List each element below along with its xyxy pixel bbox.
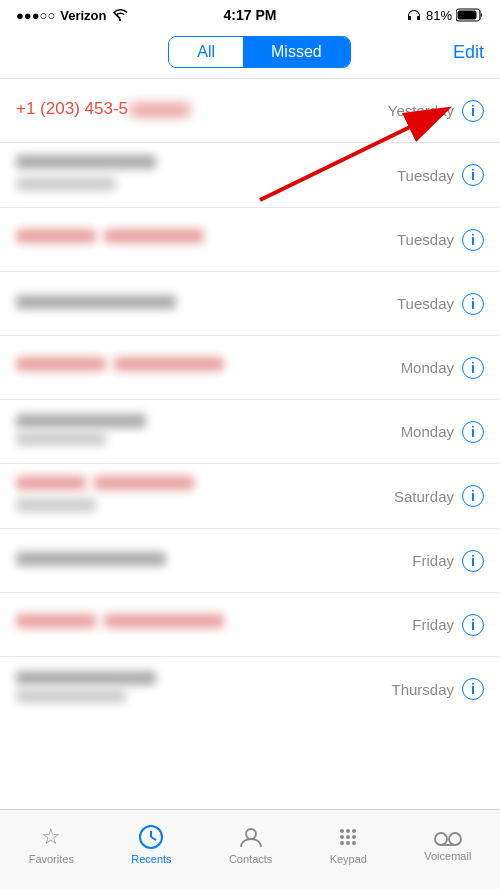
info-button[interactable]: i [462, 550, 484, 572]
svg-rect-2 [458, 11, 477, 20]
call-date: Tuesday [397, 295, 454, 312]
tab-bar-item-recents[interactable]: Recents [131, 824, 171, 865]
battery-icon [456, 8, 484, 22]
info-button[interactable]: i [462, 485, 484, 507]
caller-info [16, 155, 397, 195]
tab-bar-item-voicemail[interactable]: Voicemail [424, 827, 471, 862]
keypad-icon [335, 824, 361, 850]
main-content: ●●●○○ Verizon 4:17 PM 81% All Mi [0, 0, 500, 809]
call-date: Tuesday [397, 231, 454, 248]
contacts-icon [238, 824, 264, 850]
recents-label: Recents [131, 853, 171, 865]
signal-dots: ●●●○○ [16, 8, 55, 23]
voicemail-label: Voicemail [424, 850, 471, 862]
svg-line-7 [151, 837, 156, 840]
call-date: Monday [401, 359, 454, 376]
status-left: ●●●○○ Verizon [16, 8, 128, 23]
svg-point-19 [449, 833, 461, 845]
favorites-icon: ☆ [41, 824, 61, 850]
call-meta: Yesterday i [388, 100, 484, 122]
caller-info [16, 614, 412, 636]
svg-point-10 [346, 829, 350, 833]
call-item: +1 (203) 453-5 Yesterday i [0, 79, 500, 143]
svg-point-14 [352, 835, 356, 839]
carrier-label: Verizon [60, 8, 106, 23]
caller-info [16, 229, 397, 251]
svg-point-16 [346, 841, 350, 845]
call-meta: Friday i [412, 614, 484, 636]
info-button[interactable]: i [462, 678, 484, 700]
call-meta: Friday i [412, 550, 484, 572]
call-date: Friday [412, 552, 454, 569]
headphones-icon [406, 8, 422, 22]
voicemail-icon [433, 827, 463, 847]
tab-bar: ☆ Favorites Recents Contacts Keypad [0, 809, 500, 889]
status-right: 81% [406, 8, 484, 23]
battery-label: 81% [426, 8, 452, 23]
caller-info [16, 476, 394, 516]
info-button[interactable]: i [462, 614, 484, 636]
caller-info [16, 671, 391, 707]
call-date: Friday [412, 616, 454, 633]
caller-info [16, 295, 397, 313]
call-date: Saturday [394, 488, 454, 505]
call-meta: Monday i [401, 357, 484, 379]
call-meta: Tuesday i [397, 293, 484, 315]
svg-point-15 [340, 841, 344, 845]
call-item: Monday i [0, 336, 500, 400]
call-meta: Saturday i [394, 485, 484, 507]
info-button[interactable]: i [462, 100, 484, 122]
call-item: Friday i [0, 529, 500, 593]
call-date: Tuesday [397, 167, 454, 184]
caller-name: +1 (203) 453-5 [16, 99, 388, 119]
call-date: Yesterday [388, 102, 454, 119]
info-button[interactable]: i [462, 357, 484, 379]
wifi-icon [112, 9, 128, 21]
contacts-label: Contacts [229, 853, 272, 865]
header: All Missed Edit [0, 28, 500, 79]
status-time: 4:17 PM [224, 7, 277, 23]
caller-info [16, 552, 412, 570]
tab-bar-item-contacts[interactable]: Contacts [229, 824, 272, 865]
favorites-label: Favorites [29, 853, 74, 865]
tab-group: All Missed [168, 36, 350, 68]
caller-info [16, 414, 401, 450]
svg-point-18 [435, 833, 447, 845]
info-button[interactable]: i [462, 229, 484, 251]
edit-button[interactable]: Edit [453, 42, 484, 63]
keypad-label: Keypad [330, 853, 367, 865]
call-item: Tuesday i [0, 208, 500, 272]
call-list-container: +1 (203) 453-5 Yesterday i Tuesday i [0, 79, 500, 809]
caller-info: +1 (203) 453-5 [16, 99, 388, 122]
call-meta: Tuesday i [397, 164, 484, 186]
svg-point-8 [246, 829, 256, 839]
call-item: Tuesday i [0, 272, 500, 336]
call-item: Saturday i [0, 464, 500, 529]
call-meta: Thursday i [391, 678, 484, 700]
caller-info [16, 357, 401, 379]
tab-missed[interactable]: Missed [243, 37, 350, 67]
status-bar: ●●●○○ Verizon 4:17 PM 81% [0, 0, 500, 28]
call-meta: Tuesday i [397, 229, 484, 251]
svg-point-11 [352, 829, 356, 833]
svg-point-0 [118, 19, 120, 21]
call-meta: Monday i [401, 421, 484, 443]
call-item: Monday i [0, 400, 500, 464]
info-button[interactable]: i [462, 421, 484, 443]
call-item: Tuesday i [0, 143, 500, 208]
tab-bar-item-favorites[interactable]: ☆ Favorites [29, 824, 74, 865]
svg-point-13 [346, 835, 350, 839]
call-date: Monday [401, 423, 454, 440]
call-item: Thursday i [0, 657, 500, 721]
call-date: Thursday [391, 681, 454, 698]
svg-point-17 [352, 841, 356, 845]
tab-bar-item-keypad[interactable]: Keypad [330, 824, 367, 865]
svg-point-12 [340, 835, 344, 839]
call-item: Friday i [0, 593, 500, 657]
info-button[interactable]: i [462, 293, 484, 315]
svg-point-9 [340, 829, 344, 833]
tab-all[interactable]: All [169, 37, 243, 67]
recents-icon [138, 824, 164, 850]
info-button[interactable]: i [462, 164, 484, 186]
